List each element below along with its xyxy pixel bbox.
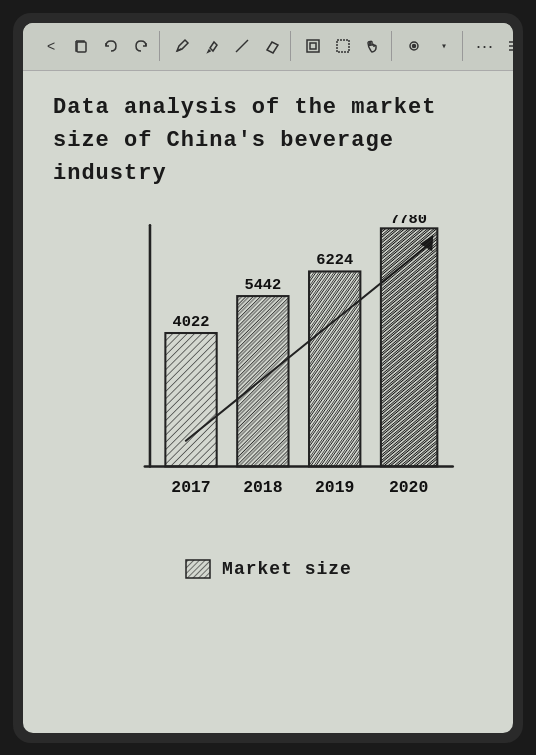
title-area: Data analysis of the market size of Chin… — [53, 91, 483, 190]
tools-group — [164, 31, 291, 61]
back-btn[interactable]: < — [37, 31, 65, 61]
svg-text:6224: 6224 — [316, 251, 353, 269]
svg-text:2020: 2020 — [389, 478, 428, 497]
pen-btn[interactable] — [168, 31, 196, 61]
svg-rect-22 — [165, 333, 216, 466]
hand-btn[interactable] — [359, 31, 387, 61]
svg-point-6 — [413, 45, 416, 48]
svg-rect-4 — [337, 40, 349, 52]
legend-area: Market size — [184, 558, 352, 580]
svg-text:2019: 2019 — [315, 478, 354, 497]
eraser-btn[interactable] — [258, 31, 286, 61]
svg-rect-28 — [381, 228, 437, 466]
svg-text:5442: 5442 — [244, 275, 281, 293]
page-title: Data analysis of the market size of Chin… — [53, 91, 483, 190]
list-btn[interactable] — [501, 31, 513, 61]
title-line2: size of China's beverage — [53, 128, 394, 153]
dropdown-arrow[interactable]: ▾ — [430, 31, 458, 61]
content-area: Data analysis of the market size of Chin… — [23, 71, 513, 733]
copy-btn[interactable] — [67, 31, 95, 61]
toolbar: < — [23, 23, 513, 71]
nav-group: < — [33, 31, 160, 61]
chart-container: 4022 5442 6224 7780 2017 2018 201 — [73, 215, 463, 538]
title-line1: Data analysis of the market — [53, 95, 436, 120]
svg-text:2017: 2017 — [171, 478, 210, 497]
svg-rect-3 — [310, 43, 316, 49]
svg-rect-24 — [237, 296, 288, 466]
actions-group: ··· — [467, 31, 513, 61]
svg-text:7780: 7780 — [390, 215, 427, 228]
shapes-btn[interactable] — [299, 31, 327, 61]
legend-icon — [184, 558, 212, 580]
redo-btn[interactable] — [127, 31, 155, 61]
legend-label: Market size — [222, 559, 352, 579]
device: < — [13, 13, 523, 743]
svg-rect-2 — [307, 40, 319, 52]
chart-area: 4022 5442 6224 7780 2017 2018 201 — [53, 205, 483, 713]
svg-line-1 — [236, 40, 248, 52]
more-btn[interactable]: ··· — [471, 31, 499, 61]
record-btn[interactable] — [400, 31, 428, 61]
svg-text:2018: 2018 — [243, 478, 282, 497]
title-line3: industry — [53, 161, 167, 186]
line-tool-btn[interactable] — [228, 31, 256, 61]
svg-text:4022: 4022 — [173, 312, 210, 330]
svg-rect-35 — [186, 560, 210, 578]
highlighter-btn[interactable] — [198, 31, 226, 61]
shapes-group — [295, 31, 392, 61]
record-group: ▾ — [396, 31, 463, 61]
screen: < — [23, 23, 513, 733]
undo-btn[interactable] — [97, 31, 125, 61]
svg-rect-26 — [309, 271, 360, 466]
select-btn[interactable] — [329, 31, 357, 61]
bar-chart: 4022 5442 6224 7780 2017 2018 201 — [73, 215, 463, 533]
svg-rect-0 — [77, 42, 86, 52]
